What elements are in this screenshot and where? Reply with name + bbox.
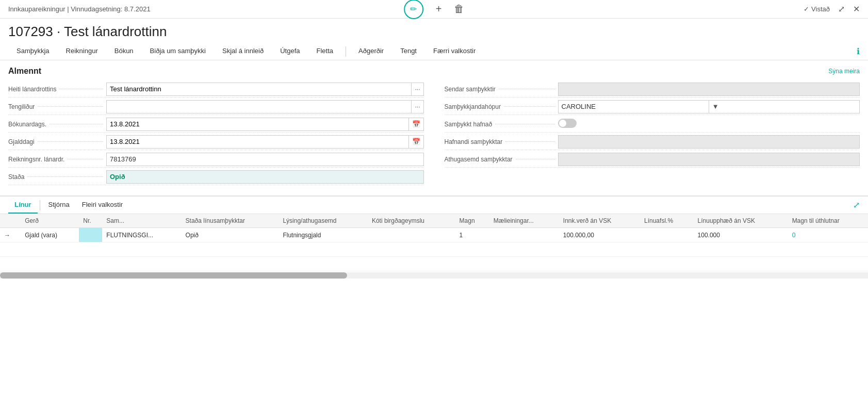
tab-utgefa[interactable]: Útgefa — [272, 43, 308, 60]
row-maeli — [489, 228, 559, 242]
horizontal-scrollbar[interactable] — [0, 272, 868, 279]
row-linuupph: 100.000 — [694, 228, 788, 242]
label-heiti: Heiti lánardrottins — [8, 86, 106, 93]
delete-icon: 🗑 — [454, 3, 464, 15]
sampykkjanda-dropdown[interactable]: CAROLINE ▼ — [558, 100, 860, 113]
label-stada: Staða — [8, 173, 106, 181]
col-afsl: Línuafsl.% — [640, 214, 694, 228]
form-row-bokun: Bókunardags. 📅 — [8, 116, 424, 133]
field-tengil: ··· — [106, 100, 424, 113]
field-stada: Opið — [106, 170, 424, 184]
form-row-stada: Staða Opið — [8, 169, 424, 185]
field-sampykkt — [558, 119, 860, 129]
row-gerd: Gjald (vara) — [21, 228, 79, 242]
gjalddagi-calendar-icon[interactable]: 📅 — [408, 136, 423, 148]
tab-bokun[interactable]: Bókun — [106, 43, 142, 60]
gjalddagi-date-input[interactable] — [107, 136, 408, 147]
tab-stjorna[interactable]: Stjórna — [42, 197, 76, 214]
label-reikningsnr: Reikningsnr. lánardr. — [8, 156, 106, 163]
almennt-title: Almennt — [8, 67, 41, 76]
topbar-title: Innkaupareikningur | Vinnudagsetning: 8.… — [8, 5, 151, 13]
sampykkjanda-arrow-icon[interactable]: ▼ — [709, 101, 859, 113]
tab-sampykkja[interactable]: Samþykkja — [8, 43, 58, 60]
heiti-input[interactable] — [107, 84, 411, 94]
sendar-gray — [558, 83, 860, 96]
save-button[interactable]: ✓ Vistað — [804, 5, 830, 13]
tab-fletta[interactable]: Fletta — [308, 43, 342, 60]
form-row-hafnandi: Hafnandi samþykktar — [445, 134, 860, 150]
label-sampykkjanda: Samþykkjandahópur — [445, 103, 558, 110]
info-icon[interactable]: ℹ — [857, 46, 860, 56]
nav-tabs: Samþykkja Reikningur Bókun Biðja um samþ… — [0, 43, 868, 60]
table-row[interactable]: → Gjald (vara) FLUTNINGSGI... Opið Flutn… — [0, 228, 868, 242]
tab-linur[interactable]: Línur — [8, 197, 38, 214]
tab-fleiri[interactable]: Fleiri valkostir — [76, 197, 129, 214]
nav-divider — [346, 46, 346, 57]
label-sampykkt: Samþykkt hafnað — [445, 121, 558, 128]
scrollbar-thumb[interactable] — [0, 272, 347, 279]
checkmark-icon: ✓ — [804, 5, 809, 13]
bokun-date-input[interactable] — [107, 119, 408, 129]
tengil-dots-btn[interactable]: ··· — [411, 101, 423, 113]
label-tengil: Tengiliður — [8, 103, 106, 110]
row-arrow: → — [0, 228, 21, 242]
linur-tabs: Línur Stjórna Fleiri valkostir ⤢ — [0, 197, 868, 214]
tab-faerri[interactable]: Færri valkostir — [425, 43, 484, 60]
tab-skjal[interactable]: Skjal á innleið — [214, 43, 272, 60]
label-athugasemd: Athugasemd samþykktar — [445, 156, 558, 163]
tab-adgerdir[interactable]: Aðgerðir — [350, 43, 392, 60]
athugasemd-gray — [558, 153, 860, 166]
edit-icon: ✏ — [410, 4, 417, 14]
form-row-sampykkjanda: Samþykkjandahópur CAROLINE ▼ — [445, 99, 860, 115]
row-magn: 1 — [455, 228, 489, 242]
stada-value: Opið — [106, 170, 424, 184]
form-row-tengil: Tengiliður ··· — [8, 99, 424, 115]
form-col-right: Sendar samþykktir Samþykkjandahópur CARO… — [445, 81, 860, 185]
col-lysing: Lýsing/athugasemd — [279, 214, 368, 228]
row-afsl — [640, 228, 694, 242]
save-label: Vistað — [811, 5, 830, 13]
form-row-sendar: Sendar samþykktir — [445, 81, 860, 97]
collapse-icon[interactable]: ✕ — [853, 4, 860, 14]
tab-tengt[interactable]: Tengt — [392, 43, 425, 60]
bokun-calendar-icon[interactable]: 📅 — [408, 118, 423, 130]
row-innkverd: 100.000,00 — [559, 228, 640, 242]
reikningsnr-input[interactable] — [106, 153, 424, 166]
form-row-reikningsnr: Reikningsnr. lánardr. — [8, 151, 424, 168]
show-more-link[interactable]: Sýna meira — [828, 68, 860, 75]
col-sam: Sam... — [102, 214, 181, 228]
document-title: 107293 · Test lánardrottinn — [0, 19, 868, 43]
form-row-heiti: Heiti lánardrottins ··· — [8, 81, 424, 97]
tengil-input-wrapper[interactable]: ··· — [106, 100, 424, 113]
tab-reikningur[interactable]: Reikningur — [58, 43, 106, 60]
col-nr: Nr. — [79, 214, 102, 228]
almennt-section: Almennt Sýna meira Heiti lánardrottins ·… — [0, 60, 868, 191]
linur-table: Gerð Nr. Sam... Staða línusamþykktar Lýs… — [0, 214, 868, 271]
tab-bidja[interactable]: Biðja um samþykki — [142, 43, 214, 60]
label-gjalddagi: Gjalddagi — [8, 138, 106, 145]
field-athugasemd — [558, 153, 860, 166]
row-lysing: Flutningsgjald — [279, 228, 368, 242]
field-gjalddagi: 📅 — [106, 135, 424, 149]
tengil-input[interactable] — [107, 101, 411, 112]
expand-icon[interactable]: ⤢ — [838, 4, 845, 14]
add-button[interactable]: + — [436, 3, 442, 15]
label-bokun: Bókunardags. — [8, 121, 106, 128]
col-arrow — [0, 214, 21, 228]
gjalddagi-calendar-wrapper[interactable]: 📅 — [106, 135, 424, 149]
sampykkt-toggle[interactable] — [558, 119, 577, 128]
edit-button[interactable]: ✏ — [404, 0, 423, 19]
row-sam: FLUTNINGSGI... — [102, 228, 181, 242]
heiti-input-wrapper[interactable]: ··· — [106, 83, 424, 96]
field-hafnandi — [558, 135, 860, 149]
toggle-knob — [559, 120, 566, 127]
delete-button[interactable]: 🗑 — [454, 3, 464, 15]
col-gerd: Gerð — [21, 214, 79, 228]
label-sendar: Sendar samþykktir — [445, 86, 558, 93]
heiti-dots-btn[interactable]: ··· — [411, 83, 423, 95]
almennt-form: Heiti lánardrottins ··· Tengiliður — [8, 81, 860, 191]
bokun-calendar-wrapper[interactable]: 📅 — [106, 118, 424, 131]
empty-row-1 — [0, 242, 868, 257]
form-row-sampykkt: Samþykkt hafnað — [445, 116, 860, 133]
linur-expand-icon[interactable]: ⤢ — [853, 200, 860, 210]
